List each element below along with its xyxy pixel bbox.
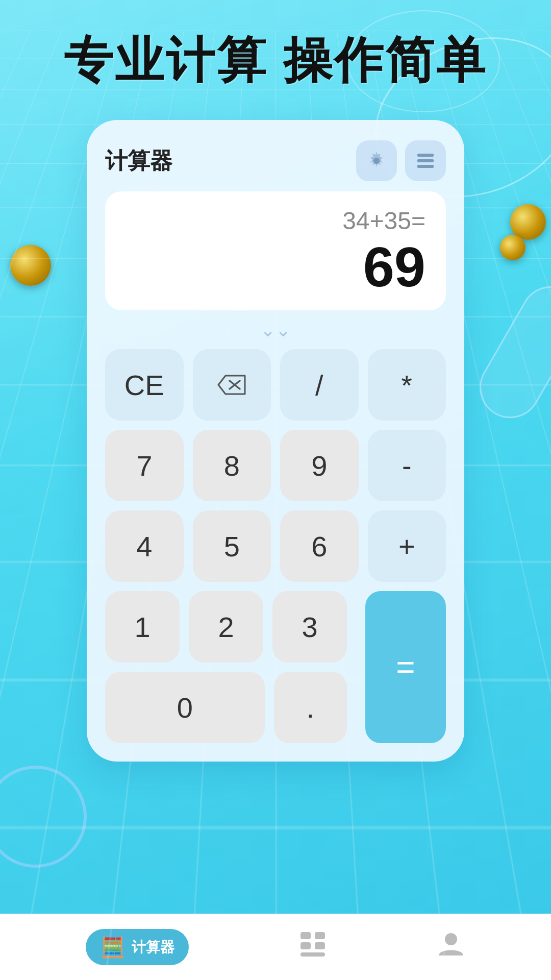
- divide-button[interactable]: /: [280, 349, 359, 421]
- card-header: 计算器: [105, 140, 446, 181]
- dot-button[interactable]: .: [274, 672, 347, 743]
- minus-button[interactable]: -: [368, 430, 446, 501]
- result: 69: [363, 239, 425, 295]
- two-button[interactable]: 2: [189, 591, 263, 663]
- nine-button[interactable]: 9: [280, 430, 359, 501]
- settings-button[interactable]: [356, 140, 397, 181]
- page-content: 专业计算 操作简单 计算器: [0, 0, 551, 980]
- key-row-1: CE / *: [105, 349, 446, 421]
- key-row-5: 0 .: [105, 672, 347, 743]
- expand-arrow[interactable]: ⌄⌄: [105, 320, 446, 341]
- multiply-button[interactable]: *: [368, 349, 446, 421]
- eight-button[interactable]: 8: [193, 430, 271, 501]
- seven-button[interactable]: 7: [105, 430, 184, 501]
- equals-button[interactable]: =: [365, 591, 446, 743]
- display-area: 34+35= 69: [105, 191, 446, 310]
- svg-rect-1: [417, 154, 434, 157]
- history-button[interactable]: [405, 140, 446, 181]
- key-row-2: 7 8 9 -: [105, 430, 446, 501]
- key-row-3: 4 5 6 +: [105, 510, 446, 582]
- three-button[interactable]: 3: [272, 591, 347, 663]
- calculator-card: 计算器 34+35= 69: [87, 120, 464, 762]
- svg-rect-3: [417, 165, 434, 168]
- one-button[interactable]: 1: [105, 591, 180, 663]
- svg-rect-2: [417, 159, 434, 162]
- four-button[interactable]: 4: [105, 510, 184, 582]
- backspace-button[interactable]: [193, 349, 271, 421]
- zero-button[interactable]: 0: [105, 672, 265, 743]
- header-icons: [356, 140, 446, 181]
- ce-button[interactable]: CE: [105, 349, 184, 421]
- six-button[interactable]: 6: [280, 510, 359, 582]
- key-row-4-5: 1 2 3 0 . =: [105, 591, 446, 743]
- keypad: CE / * 7 8 9 - 4: [105, 349, 446, 743]
- headline: 专业计算 操作简单: [64, 31, 488, 89]
- plus-button[interactable]: +: [368, 510, 446, 582]
- key-row-4: 1 2 3: [105, 591, 347, 663]
- five-button[interactable]: 5: [193, 510, 271, 582]
- expression: 34+35=: [342, 207, 425, 235]
- calc-title: 计算器: [105, 146, 172, 176]
